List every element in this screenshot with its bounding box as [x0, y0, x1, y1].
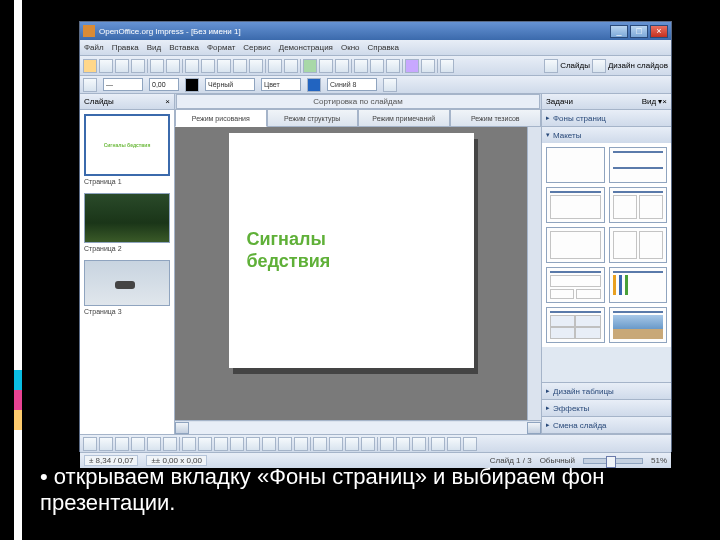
- gallery-button[interactable]: [405, 59, 419, 73]
- menu-file[interactable]: Файл: [84, 43, 104, 52]
- fill-color-swatch[interactable]: [307, 78, 321, 92]
- connector-tool[interactable]: [198, 437, 212, 451]
- task-section-effects[interactable]: Эффекты: [542, 400, 671, 416]
- layout-title-content[interactable]: [546, 187, 605, 223]
- arrange-tool[interactable]: [412, 437, 426, 451]
- zoom-slider[interactable]: [583, 458, 643, 464]
- slides-label[interactable]: Слайды: [560, 61, 590, 70]
- task-section-backgrounds[interactable]: Фоны страниц: [542, 110, 671, 126]
- fontwork-tool[interactable]: [345, 437, 359, 451]
- symbol-shapes-tool[interactable]: [230, 437, 244, 451]
- line-color-swatch[interactable]: [185, 78, 199, 92]
- scroll-right-button[interactable]: [527, 422, 541, 434]
- paste-button[interactable]: [233, 59, 247, 73]
- line-color-combo[interactable]: Чёрный: [205, 78, 255, 91]
- slides-panel-close-icon[interactable]: ×: [165, 97, 170, 106]
- zoom-button[interactable]: [386, 59, 400, 73]
- menu-edit[interactable]: Правка: [112, 43, 139, 52]
- menu-help[interactable]: Справка: [368, 43, 399, 52]
- chart-button[interactable]: [303, 59, 317, 73]
- pdf-button[interactable]: [150, 59, 164, 73]
- task-section-transition[interactable]: Смена слайда: [542, 417, 671, 433]
- vertical-scrollbar[interactable]: [527, 127, 541, 420]
- line-tool[interactable]: [99, 437, 113, 451]
- slides-btn[interactable]: [544, 59, 558, 73]
- menu-format[interactable]: Формат: [207, 43, 235, 52]
- glue-tool[interactable]: [329, 437, 343, 451]
- design-label[interactable]: Дизайн слайдов: [608, 61, 668, 70]
- layout-table[interactable]: [546, 307, 605, 343]
- open-button[interactable]: [99, 59, 113, 73]
- rotate-tool[interactable]: [380, 437, 394, 451]
- menu-insert[interactable]: Вставка: [169, 43, 199, 52]
- grid-button[interactable]: [354, 59, 368, 73]
- task-section-table-design[interactable]: Дизайн таблицы: [542, 383, 671, 399]
- select-tool[interactable]: [83, 437, 97, 451]
- callouts-tool[interactable]: [278, 437, 292, 451]
- block-arrows-tool[interactable]: [246, 437, 260, 451]
- points-tool[interactable]: [313, 437, 327, 451]
- save-button[interactable]: [115, 59, 129, 73]
- tasks-view-menu[interactable]: Вид ▾: [642, 97, 663, 106]
- extrusion-tool[interactable]: [431, 437, 445, 451]
- line-width-combo[interactable]: 0,00: [149, 78, 179, 91]
- stars-tool[interactable]: [294, 437, 308, 451]
- flowchart-tool[interactable]: [262, 437, 276, 451]
- minimize-button[interactable]: _: [610, 25, 628, 38]
- line-style-combo[interactable]: —: [103, 78, 143, 91]
- slide-thumb-2[interactable]: [84, 193, 170, 243]
- layout-image[interactable]: [609, 307, 668, 343]
- design-btn[interactable]: [592, 59, 606, 73]
- interaction-tool[interactable]: [447, 437, 461, 451]
- layout-blank[interactable]: [546, 147, 605, 183]
- shadow-button[interactable]: [383, 78, 397, 92]
- horizontal-scrollbar[interactable]: [175, 420, 541, 434]
- maximize-button[interactable]: □: [630, 25, 648, 38]
- slide-title-text[interactable]: Сигналы бедствия: [247, 229, 331, 272]
- menu-view[interactable]: Вид: [147, 43, 161, 52]
- fill-style-combo[interactable]: Цвет: [261, 78, 301, 91]
- basic-shapes-tool[interactable]: [214, 437, 228, 451]
- table-button[interactable]: [319, 59, 333, 73]
- rect-tool[interactable]: [131, 437, 145, 451]
- tab-handout[interactable]: Режим тезисов: [450, 109, 542, 127]
- scroll-left-button[interactable]: [175, 422, 189, 434]
- layout-title[interactable]: [609, 147, 668, 183]
- align-tool[interactable]: [396, 437, 410, 451]
- print-button[interactable]: [166, 59, 180, 73]
- layout-chart[interactable]: [609, 267, 668, 303]
- slideshow-button[interactable]: [421, 59, 435, 73]
- tab-outline[interactable]: Режим структуры: [267, 109, 359, 127]
- spellcheck-button[interactable]: [185, 59, 199, 73]
- new-button[interactable]: [83, 59, 97, 73]
- curve-tool[interactable]: [182, 437, 196, 451]
- tab-drawing[interactable]: Режим рисования: [175, 109, 267, 127]
- from-file-tool[interactable]: [361, 437, 375, 451]
- close-button[interactable]: ×: [650, 25, 668, 38]
- animation-tool[interactable]: [463, 437, 477, 451]
- slide-thumb-1[interactable]: Сигналы бедствия: [84, 114, 170, 176]
- arrow-style-button[interactable]: [83, 78, 97, 92]
- email-button[interactable]: [131, 59, 145, 73]
- arrow-tool[interactable]: [115, 437, 129, 451]
- task-section-layouts[interactable]: Макеты: [542, 127, 671, 143]
- navigator-button[interactable]: [370, 59, 384, 73]
- layout-title-two-lower[interactable]: [546, 267, 605, 303]
- redo-button[interactable]: [284, 59, 298, 73]
- layout-content-only[interactable]: [546, 227, 605, 263]
- slide-canvas[interactable]: Сигналы бедствия: [229, 133, 474, 368]
- hyperlink-button[interactable]: [335, 59, 349, 73]
- undo-button[interactable]: [268, 59, 282, 73]
- menu-slideshow[interactable]: Демонстрация: [279, 43, 333, 52]
- help-button[interactable]: [440, 59, 454, 73]
- tasks-panel-close-icon[interactable]: ×: [662, 97, 667, 106]
- layout-two-boxes[interactable]: [609, 227, 668, 263]
- menu-window[interactable]: Окно: [341, 43, 360, 52]
- slide-thumb-3[interactable]: [84, 260, 170, 306]
- format-paint-button[interactable]: [249, 59, 263, 73]
- fill-color-combo[interactable]: Синий 8: [327, 78, 377, 91]
- layout-two-content[interactable]: [609, 187, 668, 223]
- cut-button[interactable]: [201, 59, 215, 73]
- text-tool[interactable]: [163, 437, 177, 451]
- tab-notes[interactable]: Режим примечаний: [358, 109, 450, 127]
